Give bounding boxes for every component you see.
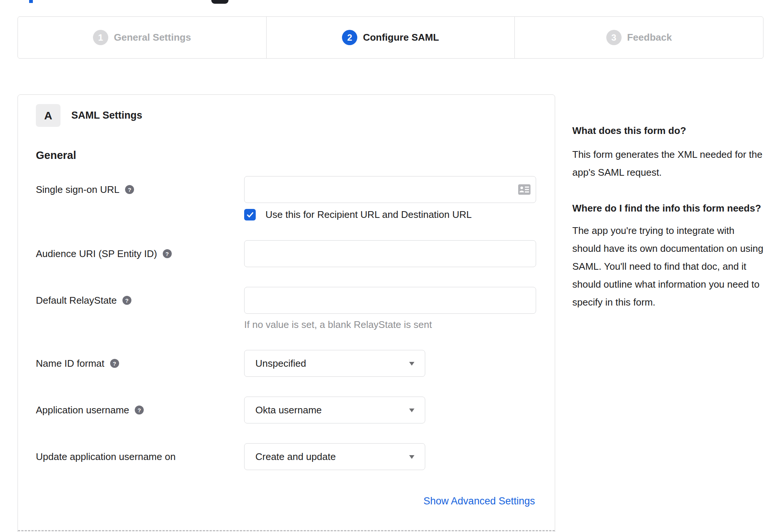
recipient-url-checkbox[interactable] [244, 209, 256, 220]
step-general-settings[interactable]: 1 General Settings [18, 17, 266, 58]
saml-setup-page: 1 General Settings 2 Configure SAML 3 Fe… [0, 0, 781, 532]
name-id-format-selected-value: Unspecified [255, 358, 306, 369]
field-row-application-username: Application username ? Okta username [36, 397, 535, 423]
field-control [244, 240, 536, 267]
step-1-label: General Settings [114, 32, 191, 43]
sidebar-answer-2: The app you're trying to integrate with … [572, 222, 764, 311]
field-row-name-id-format: Name ID format ? Unspecified [36, 350, 535, 377]
panel-dashed-divider [18, 530, 555, 531]
caret-down-icon [409, 455, 414, 459]
field-control: Okta username [244, 397, 535, 423]
saml-settings-panel: A SAML Settings General Single sign-on U… [18, 94, 555, 532]
checkmark-icon [246, 211, 254, 219]
application-username-label: Application username [36, 404, 129, 416]
name-id-format-label: Name ID format [36, 358, 105, 369]
default-relaystate-label: Default RelayState [36, 295, 117, 306]
help-icon[interactable]: ? [122, 296, 131, 305]
field-label-wrap: Application username ? [36, 397, 244, 423]
single-sign-on-url-input-wrap [244, 176, 536, 203]
step-3-number-badge: 3 [606, 30, 622, 45]
cutoff-dark-element-fragment [211, 0, 228, 4]
step-2-label: Configure SAML [363, 32, 439, 43]
field-row-audience-uri: Audience URI (SP Entity ID) ? [36, 240, 535, 267]
sidebar-question-2: Where do I find the info this form needs… [572, 199, 764, 217]
general-section-heading: General [36, 148, 535, 162]
recipient-url-checkbox-row: Use this for Recipient URL and Destinati… [244, 209, 536, 220]
step-configure-saml[interactable]: 2 Configure SAML [266, 17, 515, 58]
update-application-username-label: Update application username on [36, 451, 175, 463]
field-row-default-relaystate: Default RelayState ? If no value is set,… [36, 287, 535, 330]
single-sign-on-url-label: Single sign-on URL [36, 184, 119, 195]
update-application-username-selected-value: Create and update [255, 451, 336, 463]
cutoff-blue-tab-fragment [29, 0, 33, 3]
step-3-label: Feedback [627, 32, 672, 43]
field-control: Unspecified [244, 350, 535, 377]
update-application-username-select[interactable]: Create and update [244, 443, 425, 470]
audience-uri-input[interactable] [244, 240, 536, 267]
step-1-number-badge: 1 [93, 30, 108, 45]
application-username-select[interactable]: Okta username [244, 397, 425, 423]
name-id-format-select[interactable]: Unspecified [244, 350, 425, 377]
step-2-number-badge: 2 [342, 30, 357, 45]
sidebar-answer-1: This form generates the XML needed for t… [572, 145, 764, 181]
field-control: Use this for Recipient URL and Destinati… [244, 176, 536, 220]
audience-uri-label: Audience URI (SP Entity ID) [36, 248, 157, 260]
caret-down-icon [409, 362, 414, 366]
field-label-wrap: Name ID format ? [36, 350, 244, 377]
wizard-stepper: 1 General Settings 2 Configure SAML 3 Fe… [18, 16, 763, 59]
sidebar-question-1: What does this form do? [572, 122, 764, 140]
help-icon[interactable]: ? [110, 359, 119, 368]
field-label-wrap: Audience URI (SP Entity ID) ? [36, 240, 244, 267]
field-label-wrap: Update application username on [36, 443, 244, 470]
contact-card-icon[interactable] [518, 184, 530, 195]
step-feedback[interactable]: 3 Feedback [514, 17, 763, 58]
field-control: Create and update [244, 443, 535, 470]
panel-title: SAML Settings [71, 110, 142, 121]
advanced-settings-row: Show Advanced Settings [36, 495, 535, 507]
panel-header: A SAML Settings [36, 104, 535, 127]
default-relaystate-input[interactable] [244, 287, 536, 314]
field-label-wrap: Default RelayState ? [36, 287, 244, 314]
help-icon[interactable]: ? [163, 249, 172, 258]
help-icon[interactable]: ? [135, 406, 144, 414]
relaystate-helper-text: If no value is set, a blank RelayState i… [244, 319, 536, 330]
help-sidebar: What does this form do? This form genera… [572, 122, 764, 311]
help-icon[interactable]: ? [125, 185, 134, 194]
show-advanced-settings-link[interactable]: Show Advanced Settings [423, 495, 535, 507]
application-username-selected-value: Okta username [255, 404, 322, 416]
field-row-single-sign-on-url: Single sign-on URL ? [36, 176, 535, 220]
recipient-url-checkbox-label: Use this for Recipient URL and Destinati… [265, 209, 472, 220]
caret-down-icon [409, 409, 414, 412]
field-row-update-application-username: Update application username on Create an… [36, 443, 535, 470]
section-a-badge: A [36, 104, 60, 127]
field-label-wrap: Single sign-on URL ? [36, 176, 244, 203]
field-control: If no value is set, a blank RelayState i… [244, 287, 536, 330]
single-sign-on-url-input[interactable] [244, 176, 536, 203]
